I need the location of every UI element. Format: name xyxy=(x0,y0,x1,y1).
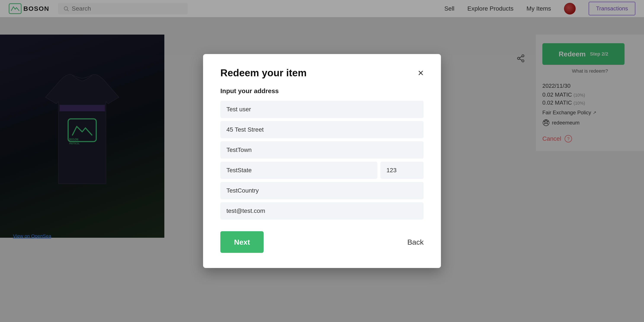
modal-header: Redeem your item × xyxy=(220,67,424,79)
country-field[interactable] xyxy=(220,182,424,199)
modal-subtitle: Input your address xyxy=(220,87,424,95)
name-field[interactable] xyxy=(220,101,424,118)
modal-title: Redeem your item xyxy=(220,67,307,79)
modal-footer: Next Back xyxy=(220,231,424,253)
email-field[interactable] xyxy=(220,202,424,220)
zip-field[interactable] xyxy=(380,162,424,179)
next-button[interactable]: Next xyxy=(220,231,264,253)
state-zip-row xyxy=(220,162,424,179)
modal-overlay: Redeem your item × Input your address Ne… xyxy=(0,0,644,322)
modal-close-button[interactable]: × xyxy=(418,68,424,78)
street-field[interactable] xyxy=(220,121,424,138)
back-button[interactable]: Back xyxy=(407,238,424,246)
state-field[interactable] xyxy=(220,162,377,179)
redeem-modal: Redeem your item × Input your address Ne… xyxy=(203,54,441,268)
city-field[interactable] xyxy=(220,141,424,159)
